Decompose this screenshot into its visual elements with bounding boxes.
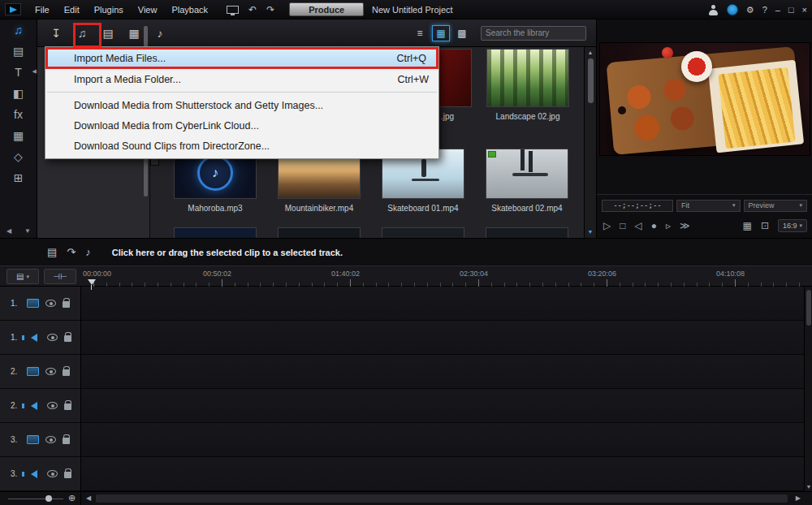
- aspect-ratio-button[interactable]: 16:9 ▾: [778, 219, 807, 232]
- redo-icon[interactable]: ↷: [266, 0, 274, 19]
- close-button[interactable]: ×: [802, 0, 807, 19]
- lock-icon[interactable]: [63, 438, 70, 444]
- fit-dropdown[interactable]: Fit ▾: [676, 200, 741, 212]
- eye-icon[interactable]: [47, 470, 58, 477]
- menu-item-import-media-files[interactable]: Import Media Files... Ctrl+Q: [45, 47, 438, 69]
- help-icon[interactable]: ?: [762, 0, 767, 19]
- sidebar-item-particle-room[interactable]: ◇: [0, 146, 37, 167]
- timeline-horizontal-scrollbar[interactable]: ⊕ ◀ ▶: [0, 491, 812, 505]
- zoom-slider-handle[interactable]: [45, 495, 52, 502]
- menu-item-download-cyberlink-cloud[interactable]: Download Media from CyberLink Cloud...: [45, 115, 438, 136]
- sidebar-item-media-room[interactable]: ♫: [0, 19, 37, 41]
- sidebar-item-adjustment-room[interactable]: ▤: [0, 41, 37, 62]
- sidebar-item-chapter-room[interactable]: ⊞: [0, 167, 37, 188]
- user-icon[interactable]: [708, 5, 719, 15]
- audio-filter-icon[interactable]: ♪: [149, 24, 171, 43]
- step-back-icon[interactable]: ◁: [634, 221, 641, 231]
- sidebar-item-overlay-room[interactable]: ▦: [0, 125, 37, 146]
- photo-filter-icon[interactable]: ▦: [123, 24, 145, 43]
- undock-preview-icon[interactable]: ⊡: [761, 221, 769, 231]
- eye-icon[interactable]: [47, 402, 58, 409]
- step-forward-icon[interactable]: ▹: [666, 221, 671, 231]
- track-lane-audio-3[interactable]: [81, 457, 804, 491]
- library-item[interactable]: Skateboard 02.mp4: [486, 149, 568, 213]
- eye-icon[interactable]: [45, 300, 56, 307]
- play-icon[interactable]: ▷: [603, 221, 611, 231]
- track-header-video-2[interactable]: 2.: [0, 355, 80, 389]
- rail-prev-icon[interactable]: ◀: [6, 227, 11, 235]
- thumbnail-partial[interactable]: [174, 227, 257, 238]
- rail-more-icon[interactable]: ▼: [24, 227, 31, 235]
- timecode-field[interactable]: --;--;--;--: [602, 200, 673, 212]
- thumbnail-image[interactable]: [486, 49, 569, 107]
- avatar[interactable]: [727, 4, 738, 15]
- menu-edit[interactable]: Edit: [57, 0, 87, 19]
- lock-icon[interactable]: [64, 404, 71, 410]
- menu-item-download-directorzone[interactable]: Download Sound Clips from DirectorZone..…: [45, 136, 438, 156]
- lock-icon[interactable]: [64, 335, 71, 342]
- menu-plugins[interactable]: Plugins: [87, 0, 131, 19]
- zoom-in-icon[interactable]: ⊕: [68, 493, 76, 503]
- track-header-video-1[interactable]: 1.: [0, 287, 80, 321]
- scrollbar-thumb[interactable]: [806, 290, 811, 326]
- record-icon[interactable]: ●: [651, 221, 657, 231]
- track-header-audio-3[interactable]: 3.: [0, 457, 80, 491]
- timeline-hint-bar[interactable]: ▤ ↷ ♪ Click here or drag the selected cl…: [0, 238, 812, 265]
- scroll-down-icon[interactable]: ▼: [588, 229, 594, 235]
- library-item[interactable]: [278, 227, 361, 238]
- lock-icon[interactable]: [63, 301, 70, 308]
- lock-icon[interactable]: [63, 369, 70, 376]
- produce-button[interactable]: Produce: [289, 2, 364, 16]
- track-lane-video-2[interactable]: [81, 355, 804, 389]
- maximize-button[interactable]: □: [788, 0, 794, 19]
- eye-icon[interactable]: [45, 368, 56, 375]
- menu-item-download-shutterstock[interactable]: Download Media from Shutterstock and Get…: [45, 95, 438, 115]
- sidebar-item-transition-room[interactable]: ◧: [0, 83, 37, 104]
- timeline-vertical-scrollbar[interactable]: ▼: [804, 287, 812, 491]
- thumbnail-partial[interactable]: [382, 227, 464, 238]
- library-menu-icon[interactable]: ▩: [453, 25, 471, 41]
- track-manager-button[interactable]: ▤ ▾: [6, 269, 39, 284]
- thumbnail-video[interactable]: [486, 149, 568, 199]
- scroll-up-icon[interactable]: ▲: [588, 50, 594, 55]
- scrollbar-thumb[interactable]: [96, 494, 788, 503]
- lock-icon[interactable]: [64, 472, 71, 478]
- detail-view-icon[interactable]: ▦: [743, 221, 752, 231]
- menu-playback[interactable]: Playback: [164, 0, 215, 19]
- eye-icon[interactable]: [45, 436, 56, 443]
- playhead-marker[interactable]: [88, 279, 96, 285]
- menu-item-import-media-folder[interactable]: Import a Media Folder... Ctrl+W: [45, 69, 438, 89]
- thumbnail-partial[interactable]: [278, 227, 361, 238]
- zoom-slider-track[interactable]: [8, 499, 63, 499]
- fast-forward-icon[interactable]: ≫: [680, 221, 690, 231]
- sidebar-item-effect-room[interactable]: fx: [0, 104, 37, 125]
- library-item[interactable]: [486, 227, 568, 238]
- scroll-right-icon[interactable]: ▶: [796, 494, 801, 502]
- stop-icon[interactable]: □: [620, 221, 625, 231]
- track-header-video-3[interactable]: 3.: [0, 423, 80, 457]
- media-content-icon[interactable]: ♫: [71, 24, 93, 43]
- grid-view-icon[interactable]: ▦: [432, 25, 450, 41]
- menu-file[interactable]: File: [28, 0, 57, 19]
- track-lane-video-3[interactable]: [81, 423, 804, 457]
- scroll-left-icon[interactable]: ◀: [86, 494, 91, 502]
- library-item[interactable]: [174, 227, 257, 238]
- timeline-ruler[interactable]: 00:00:00 00:50:02 01:40:02 02:30:04 03:2…: [81, 266, 804, 287]
- thumbnail-partial[interactable]: [486, 227, 568, 238]
- display-icon[interactable]: [227, 6, 239, 14]
- list-view-icon[interactable]: ≡: [411, 25, 429, 41]
- track-lane-audio-2[interactable]: [81, 389, 804, 423]
- rail-collapse-icon[interactable]: ◀: [32, 68, 37, 75]
- scroll-down-icon[interactable]: ▼: [805, 484, 812, 490]
- eye-icon[interactable]: [47, 334, 58, 341]
- track-lane-audio-1[interactable]: [81, 321, 804, 355]
- search-input[interactable]: [482, 28, 597, 37]
- import-media-icon[interactable]: ↧: [45, 24, 67, 43]
- library-item[interactable]: [382, 227, 464, 238]
- undo-icon[interactable]: ↶: [248, 0, 257, 19]
- video-filter-icon[interactable]: ▤: [97, 24, 119, 43]
- track-header-audio-1[interactable]: 1.: [0, 321, 80, 355]
- sidebar-item-title-room[interactable]: T: [0, 62, 37, 83]
- minimize-button[interactable]: –: [775, 0, 780, 19]
- settings-icon[interactable]: ⚙: [746, 0, 754, 19]
